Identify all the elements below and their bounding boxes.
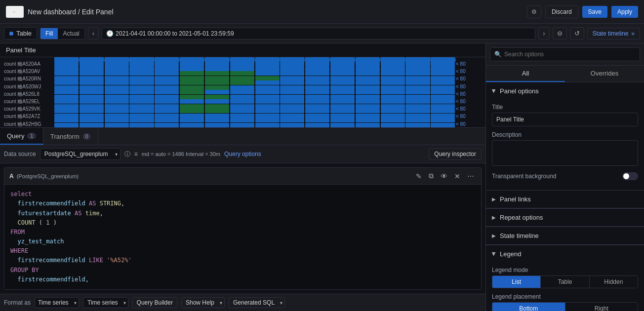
apply-button[interactable]: Apply xyxy=(611,6,638,18)
all-tab[interactable]: All xyxy=(486,66,565,82)
chart-cell xyxy=(230,90,254,94)
tab-transform[interactable]: Transform 0 xyxy=(43,128,98,145)
chart-cell xyxy=(280,90,304,94)
chart-cell xyxy=(356,104,380,109)
query-builder-button[interactable]: Query Builder xyxy=(132,297,177,308)
transparent-bg-toggle-row: Transparent background xyxy=(492,172,638,180)
prev-time-button[interactable]: ‹ xyxy=(88,27,99,39)
legend-body: Legend mode List Table Hidden Legend pla… xyxy=(486,263,644,311)
chart-cell xyxy=(381,85,405,90)
chart-cell xyxy=(305,114,329,118)
toggle-query-button[interactable]: 👁 xyxy=(439,171,449,181)
zoom-out-button[interactable]: ⊖ xyxy=(553,27,567,39)
state-timeline-label: State timeline xyxy=(593,30,629,37)
show-help-button[interactable]: Show Help xyxy=(181,297,225,308)
chart-cell xyxy=(405,76,430,80)
tab-query-label: Query xyxy=(7,132,24,140)
legend-mode-table[interactable]: Table xyxy=(541,276,589,288)
chart-cell xyxy=(230,104,254,109)
fill-button[interactable]: Fill xyxy=(40,28,58,39)
actual-button[interactable]: Actual xyxy=(58,28,84,39)
panel-links-title: ▶ Panel links xyxy=(492,195,531,203)
legend-mode-hidden[interactable]: Hidden xyxy=(590,276,638,288)
format-select[interactable]: Time series Table xyxy=(35,297,79,308)
chart-cell xyxy=(230,114,254,118)
chart-cell xyxy=(205,104,229,109)
overrides-tab[interactable]: Overrides xyxy=(565,66,644,82)
chart-cell xyxy=(356,71,380,76)
legend-placement-label: Legend placement xyxy=(492,293,638,300)
chart-cell xyxy=(280,95,304,99)
remove-query-button[interactable]: ✕ xyxy=(452,171,462,181)
subtoolbar: Table Fill Actual ‹ 🕐 2021-04-01 00:00:0… xyxy=(0,24,644,43)
chart-cell xyxy=(205,114,229,118)
chart-cell xyxy=(356,57,380,62)
panel-options-header[interactable]: ▶ Panel options xyxy=(486,82,644,100)
discard-button[interactable]: Discard xyxy=(545,5,578,18)
chart-cell xyxy=(129,109,154,113)
copy-query-button[interactable]: ⧉ xyxy=(427,171,436,181)
chart-cell xyxy=(431,67,455,71)
chart-cell xyxy=(54,114,79,118)
chart-cell xyxy=(155,62,179,66)
chart-cell xyxy=(180,99,204,104)
options-search-input[interactable] xyxy=(490,47,640,61)
fill-actual-toggle: Fill Actual xyxy=(40,28,85,39)
state-timeline-header[interactable]: ▶ State timeline xyxy=(486,227,644,245)
chart-cell xyxy=(330,104,355,109)
edit-query-button[interactable]: ✎ xyxy=(414,171,424,181)
chart-cell xyxy=(205,57,229,62)
chart-cell xyxy=(155,57,179,62)
chart-cell xyxy=(155,71,179,76)
query-options-link[interactable]: Query options xyxy=(224,151,261,157)
legend-title: ▶ Legend xyxy=(492,250,521,258)
next-time-button[interactable]: › xyxy=(538,27,549,39)
generated-sql-button[interactable]: Generated SQL xyxy=(229,297,285,308)
refresh-button[interactable]: ↺ xyxy=(570,27,584,39)
time-range-picker[interactable]: 🕐 2021-04-01 00:00:00 to 2021-05-01 23:5… xyxy=(102,28,535,39)
gear-button[interactable]: ⚙ xyxy=(527,5,541,18)
chart-cell xyxy=(54,109,79,113)
chart-cell xyxy=(54,57,79,62)
save-button[interactable]: Save xyxy=(582,6,607,18)
legend-placement-bottom[interactable]: Bottom xyxy=(492,303,565,311)
chart-cell xyxy=(129,95,154,99)
chart-cell xyxy=(255,104,280,109)
transparent-bg-toggle[interactable] xyxy=(622,172,638,180)
chart-cell xyxy=(155,104,179,109)
chart-cell xyxy=(180,76,204,80)
repeat-options-header[interactable]: ▶ Repeat options xyxy=(486,209,644,227)
viz-type-picker[interactable]: Table xyxy=(4,27,37,39)
chart-cell xyxy=(255,118,280,122)
chart-cell xyxy=(155,123,179,127)
description-textarea[interactable] xyxy=(492,140,638,166)
chart-cell xyxy=(180,67,204,71)
tab-query[interactable]: Query 1 xyxy=(0,128,43,145)
format-select-wrap: Time series Table xyxy=(35,297,79,308)
query-inspector-button[interactable]: Query inspector xyxy=(429,148,482,160)
legend-header[interactable]: ▶ Legend xyxy=(486,245,644,263)
data-source-select[interactable]: PostgreSQL_greenplum xyxy=(40,148,121,160)
chart-cell xyxy=(381,99,405,104)
chart-cell xyxy=(255,80,280,85)
panel-title: Panel Title xyxy=(6,46,36,54)
data-source-label: Data source xyxy=(4,151,36,157)
time-series-button[interactable]: Time series xyxy=(83,297,128,308)
more-query-button[interactable]: ⋯ xyxy=(465,171,476,181)
state-timeline-button[interactable]: State timeline » xyxy=(587,28,640,39)
chart-cell xyxy=(431,109,455,113)
panel-links-header[interactable]: ▶ Panel links xyxy=(486,191,644,208)
generated-sql-wrap: Generated SQL xyxy=(229,297,285,308)
chart-cell xyxy=(105,62,129,66)
sql-editor[interactable]: select firstrecommendfield AS STRING, fu… xyxy=(4,185,481,289)
back-button[interactable]: ← xyxy=(6,6,24,18)
legend-placement-right[interactable]: Right xyxy=(565,303,638,311)
chart-cell xyxy=(205,71,229,76)
chart-cell xyxy=(381,57,405,62)
chart-row-label: count 粬A529VK xyxy=(4,105,54,113)
legend-mode-list[interactable]: List xyxy=(492,276,541,288)
title-input[interactable] xyxy=(492,113,638,126)
chart-cell xyxy=(356,76,380,80)
time-range-value: 2021-04-01 00:00:00 to 2021-05-01 23:59:… xyxy=(116,30,234,37)
chart-cell xyxy=(230,118,254,122)
